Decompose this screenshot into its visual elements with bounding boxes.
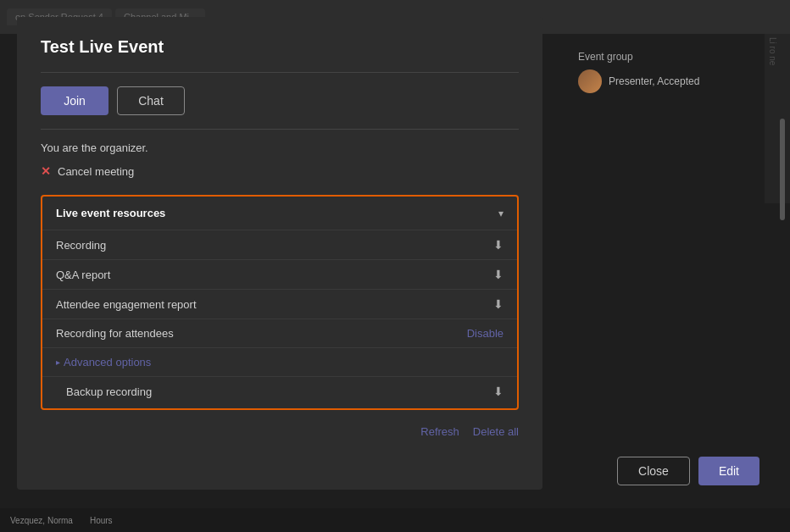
recording-attendees-row: Recording for attendees Disable <box>42 319 517 347</box>
edit-button[interactable]: Edit <box>698 457 759 485</box>
chat-button[interactable]: Chat <box>117 86 185 115</box>
event-group-section: Event group Presenter, Accepted <box>578 51 748 93</box>
dialog-footer: Close Edit <box>617 457 759 485</box>
backup-download-icon[interactable]: ⬇ <box>493 385 503 398</box>
cancel-meeting-label: Cancel meeting <box>58 165 134 178</box>
advanced-options-label: Advanced options <box>64 356 151 369</box>
qa-report-label: Q&A report <box>56 269 110 281</box>
attendee-report-label: Attendee engagement report <box>56 298 197 311</box>
avatar <box>578 69 602 93</box>
bottom-bar-item-2: Hours <box>90 516 113 525</box>
cancel-meeting-row[interactable]: ✕ Cancel meeting <box>41 164 519 178</box>
cancel-x-icon: ✕ <box>41 164 51 178</box>
actions-row: Refresh Delete all <box>41 425 519 438</box>
attendee-report-row: Attendee engagement report ⬇ <box>42 289 517 319</box>
advanced-arrow-icon: ▸ <box>56 357 60 367</box>
recording-row: Recording ⬇ <box>42 230 517 259</box>
recording-download-icon[interactable]: ⬇ <box>493 238 503 252</box>
recording-attendees-label: Recording for attendees <box>56 327 174 340</box>
join-button[interactable]: Join <box>41 86 108 115</box>
bottom-bar: Vezquez, Norma Hours <box>0 508 790 532</box>
resources-header-title: Live event resources <box>56 207 165 219</box>
right-panel: Li ro ne <box>765 34 790 203</box>
disable-link[interactable]: Disable <box>467 327 503 340</box>
dialog-title: Test Live Event <box>41 37 519 57</box>
backup-recording-row: Backup recording ⬇ <box>42 376 517 408</box>
chevron-down-icon: ▾ <box>498 208 503 219</box>
attendee-download-icon[interactable]: ⬇ <box>493 297 503 311</box>
qa-report-row: Q&A report ⬇ <box>42 259 517 289</box>
advanced-options-row[interactable]: ▸ Advanced options <box>42 347 517 376</box>
backup-recording-label: Backup recording <box>66 385 152 398</box>
bottom-bar-item-1: Vezquez, Norma <box>10 516 73 525</box>
delete-all-link[interactable]: Delete all <box>473 425 519 438</box>
close-button[interactable]: Close <box>617 457 690 485</box>
event-group-label: Event group <box>578 51 748 63</box>
presenter-info: Presenter, Accepted <box>609 75 699 87</box>
scrollbar[interactable] <box>780 119 785 220</box>
divider-1 <box>41 72 519 73</box>
presenter-row: Presenter, Accepted <box>578 69 748 93</box>
refresh-link[interactable]: Refresh <box>420 425 459 438</box>
right-panel-text: Li ro ne <box>765 34 781 69</box>
resources-header[interactable]: Live event resources ▾ <box>42 197 517 230</box>
organizer-text: You are the organizer. <box>41 141 519 154</box>
qa-download-icon[interactable]: ⬇ <box>493 268 503 281</box>
dialog: Test Live Event Join Chat You are the or… <box>17 17 542 490</box>
divider-2 <box>41 129 519 130</box>
recording-label: Recording <box>56 239 106 252</box>
button-row: Join Chat <box>41 86 519 115</box>
resources-box: Live event resources ▾ Recording ⬇ Q&A r… <box>41 195 519 410</box>
